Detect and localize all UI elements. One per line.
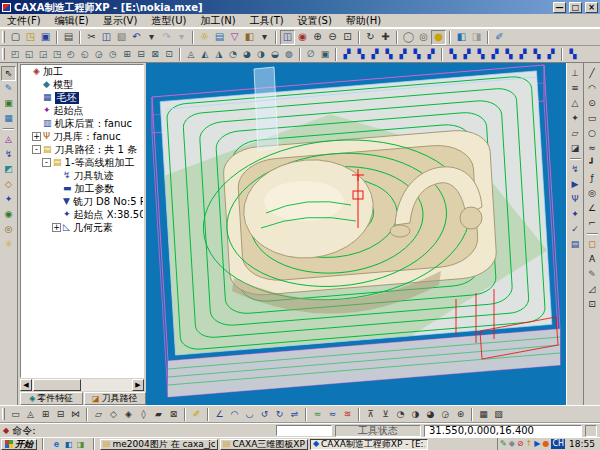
rectangle-tool-button[interactable]: ▭ — [585, 111, 600, 126]
tree-item-mill-tool[interactable]: ▼铣刀 D8 No:5 R: — [21, 195, 143, 208]
solid-subtract-button[interactable]: ⊟ — [134, 47, 148, 62]
menu-item[interactable]: 工具(T) — [243, 14, 291, 27]
arc-tool-button[interactable]: ◠ — [585, 81, 600, 96]
groove-machining-button[interactable]: ▞ — [516, 47, 530, 62]
surface-extend-button[interactable]: ◴ — [64, 47, 78, 62]
new-file-button[interactable]: ▢ — [8, 30, 23, 45]
rotate-view-button[interactable]: ◉ — [295, 30, 310, 45]
solid-tool-button[interactable]: ◪ — [568, 141, 583, 156]
surface-pipe-button[interactable]: ⊞ — [38, 407, 53, 422]
zoom-out-button[interactable]: ⊖ — [325, 30, 340, 45]
surface-zone-machining-button[interactable]: ▞ — [424, 47, 438, 62]
line-tool-button[interactable]: ╱ — [585, 66, 600, 81]
feature-shell-button[interactable]: ◒ — [268, 47, 282, 62]
feature-sweep-button[interactable]: ◔ — [226, 47, 240, 62]
tool-area-button[interactable]: ◑ — [408, 407, 423, 422]
tree-expander-icon[interactable]: - — [32, 145, 41, 154]
curve-delete-button[interactable]: ∅ — [304, 47, 318, 62]
tool-measure-button[interactable]: ⊻ — [378, 407, 393, 422]
trajectory-generate-button[interactable]: ↯ — [1, 147, 16, 162]
curve-offset-button[interactable]: ◲ — [36, 47, 50, 62]
tab-toolpath[interactable]: ◪刀具路径 — [84, 392, 147, 405]
open-file-button[interactable]: ◳ — [23, 30, 38, 45]
cut-button[interactable]: ✂ — [84, 30, 99, 45]
mirror-edit-button[interactable]: ↻ — [272, 407, 287, 422]
solid-union-button[interactable]: ⊞ — [120, 47, 134, 62]
tree-item-machining-root[interactable]: ◈加工 — [21, 65, 143, 78]
feature-revolve-button[interactable]: ◭ — [198, 47, 212, 62]
swept-surface-button[interactable]: ◊ — [136, 407, 151, 422]
tree-item-machine-post[interactable]: ▥机床后置 : fanuc — [21, 117, 143, 130]
datum-plane-button[interactable]: △ — [568, 96, 583, 111]
surface-tool-button[interactable]: ▱ — [568, 126, 583, 141]
command-input[interactable] — [276, 425, 332, 436]
surface-rotate-button[interactable]: ◵ — [78, 47, 92, 62]
erase-tool-button[interactable]: ◻ — [585, 237, 600, 252]
chamfer-tool-button[interactable]: ◿ — [585, 282, 600, 297]
save-file-button[interactable]: ▣ — [38, 30, 53, 45]
pick-filter-button[interactable]: ▽ — [227, 30, 242, 45]
wireframe-display-button[interactable]: ◯ — [401, 30, 416, 45]
box-surface-button[interactable]: ⊠ — [166, 407, 181, 422]
patch-surface-button[interactable]: ▰ — [151, 407, 166, 422]
tool-volume-button[interactable]: ◕ — [423, 407, 438, 422]
surface-stitch-button[interactable]: ◷ — [106, 47, 120, 62]
menu-item[interactable]: 造型(U) — [144, 14, 193, 27]
task-caxa-3d-board[interactable]: ▤CAXA三维图板XP — [220, 439, 308, 450]
pick-box-button[interactable]: ▭ — [8, 407, 23, 422]
viewport-3d[interactable] — [146, 63, 566, 405]
ellipse-tool-button[interactable]: ◎ — [585, 186, 600, 201]
spline-tool-button[interactable]: ≈ — [585, 141, 600, 156]
layer-back-button[interactable]: ◨ — [469, 30, 484, 45]
save-view-button[interactable]: ▣ — [318, 47, 332, 62]
array-edit-button[interactable]: ⇌ — [287, 407, 302, 422]
sketch-pen-button[interactable]: ✐ — [189, 407, 204, 422]
material-button[interactable]: ◧ — [242, 30, 257, 45]
tree-expander-icon[interactable]: + — [52, 223, 61, 232]
surface-trim-button[interactable]: ◶ — [92, 47, 106, 62]
tree-expander-icon[interactable]: - — [42, 158, 51, 167]
tree-item-start-point-path[interactable]: ✦起始点 X:38.50Y — [21, 208, 143, 221]
lofted-surface-button[interactable]: ◈ — [121, 407, 136, 422]
refresh-view-button[interactable]: ↻ — [363, 30, 378, 45]
scrollbar-track[interactable] — [32, 379, 132, 391]
minimize-button[interactable]: — — [553, 2, 566, 13]
tree-item-toolpath-list[interactable]: -▤刀具路径 : 共 1 条 — [21, 143, 143, 156]
scroll-left-icon[interactable]: ◀ — [20, 379, 32, 391]
reference-point-button[interactable]: ✦ — [568, 111, 583, 126]
pick-tool-button[interactable]: ⇖ — [1, 66, 16, 81]
solid-check-button[interactable]: ⊡ — [162, 47, 176, 62]
tray-color-icon[interactable]: ● — [542, 440, 549, 448]
tree-item-geometry-elements[interactable]: +◺几何元素 — [21, 221, 143, 234]
feature-extrude-button[interactable]: ◬ — [184, 47, 198, 62]
curve-bridge-button[interactable]: ◳ — [50, 47, 64, 62]
rotate-edit-button[interactable]: ↺ — [257, 407, 272, 422]
tree-horizontal-scrollbar[interactable]: ◀ ▶ — [20, 379, 144, 391]
maximize-button[interactable]: □ — [569, 2, 582, 13]
undo-dropdown[interactable]: ▾ — [144, 30, 159, 45]
surface-generate-button[interactable]: ▦ — [1, 111, 16, 126]
tree-item-machining-params[interactable]: ▬加工参数 — [21, 182, 143, 195]
tool-query-button[interactable]: ⊼ — [363, 407, 378, 422]
close-button[interactable]: × — [585, 2, 598, 13]
surface-net-button[interactable]: ⋈ — [68, 407, 83, 422]
print-button[interactable]: ▤ — [61, 30, 76, 45]
angle-line-button[interactable]: ∠ — [585, 201, 600, 216]
language-indicator[interactable]: CH — [551, 439, 565, 449]
surface-mirror-button[interactable]: ◱ — [22, 47, 36, 62]
tree-item-tool-library[interactable]: +Ψ刀具库 : fanuc — [21, 130, 143, 143]
solid-edit-button[interactable]: ◩ — [1, 162, 16, 177]
surface-profile-machining-button[interactable]: ▚ — [446, 47, 460, 62]
menu-item[interactable]: 帮助(H) — [339, 14, 388, 27]
pan-view-button[interactable]: ✚ — [378, 30, 393, 45]
show-entity-button[interactable]: ☼ — [197, 30, 212, 45]
setting-button[interactable]: ☼ — [1, 237, 16, 252]
spline-smooth-button[interactable]: ≈ — [310, 407, 325, 422]
tree-item-start-point[interactable]: ✦起始点 — [21, 104, 143, 117]
tree-expander-icon[interactable]: + — [32, 132, 41, 141]
spline-check-button[interactable]: ≋ — [340, 407, 355, 422]
start-button[interactable]: 开始 — [1, 439, 37, 450]
workplane-button[interactable]: ≡ — [568, 81, 583, 96]
ie-quick-launch-icon[interactable]: e — [51, 439, 62, 450]
fillet-edit-button[interactable]: ◡ — [242, 407, 257, 422]
